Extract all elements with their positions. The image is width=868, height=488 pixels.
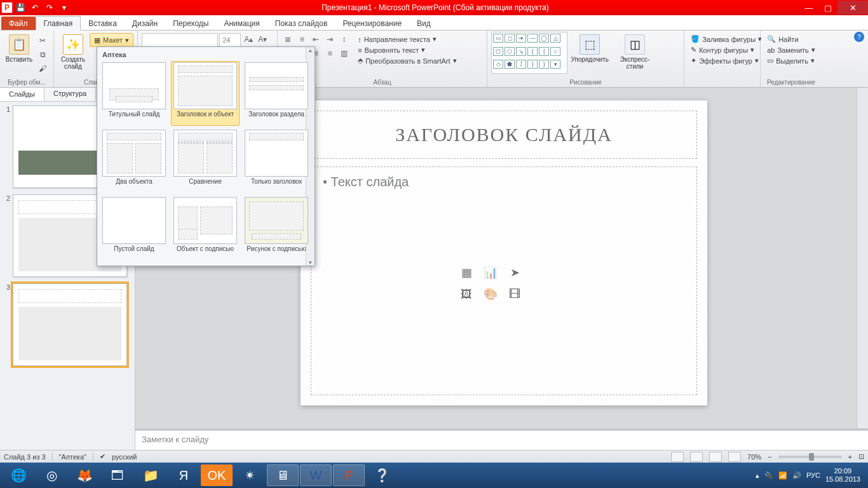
fit-window-button[interactable]: ⊡: [858, 452, 864, 461]
tab-view[interactable]: Вид: [409, 17, 438, 30]
tab-transitions[interactable]: Переходы: [165, 17, 216, 30]
layout-option-8[interactable]: Рисунок с подписью: [242, 196, 311, 261]
align-text-button[interactable]: ≡Выровнять текст ▾: [355, 45, 459, 55]
tab-slideshow[interactable]: Показ слайдов: [268, 17, 336, 30]
cut-icon[interactable]: ✂: [36, 34, 50, 47]
panel-tab-slides[interactable]: Слайды: [0, 88, 44, 101]
tab-animations[interactable]: Анимация: [216, 17, 267, 30]
new-slide-button[interactable]: ✨ Создать слайд: [58, 32, 88, 70]
shrink-font-icon[interactable]: A▾: [256, 33, 269, 46]
grow-font-icon[interactable]: A▴: [242, 33, 255, 46]
insert-smartart-icon[interactable]: ➤: [505, 264, 524, 281]
taskbar-help-icon[interactable]: ❔: [366, 464, 398, 486]
tray-up-icon[interactable]: ▴: [756, 471, 759, 480]
tray-network-icon[interactable]: 📶: [778, 471, 787, 480]
taskbar-firefox-icon[interactable]: 🦊: [69, 464, 100, 486]
taskbar-ie-icon[interactable]: 🌐: [3, 464, 34, 486]
qat-more-icon[interactable]: ▾: [57, 1, 71, 14]
bullets-icon[interactable]: ≣: [281, 33, 294, 46]
editor-scrollbar[interactable]: [857, 88, 868, 451]
taskbar-explorer-icon[interactable]: 📁: [135, 464, 166, 486]
taskbar-app-icon[interactable]: 🗔: [102, 464, 133, 486]
shape-effects-button[interactable]: ✦Эффекты фигур ▾: [688, 56, 764, 65]
taskbar-yandex-icon[interactable]: Я: [168, 464, 200, 486]
zoom-level[interactable]: 70%: [747, 453, 761, 461]
taskbar-hp-icon[interactable]: ◎: [36, 464, 67, 486]
normal-view-button[interactable]: [671, 452, 684, 462]
save-icon[interactable]: 💾: [13, 1, 27, 14]
undo-icon[interactable]: ↶: [28, 1, 42, 14]
numbering-icon[interactable]: ≡: [295, 33, 308, 46]
tab-home[interactable]: Главная: [36, 16, 81, 30]
columns-icon[interactable]: ▥: [337, 47, 350, 60]
convert-smartart-button[interactable]: ⬘Преобразовать в SmartArt ▾: [355, 56, 459, 65]
tab-design[interactable]: Дизайн: [125, 17, 165, 30]
text-direction-button[interactable]: ↕Направление текста ▾: [355, 34, 459, 44]
insert-media-icon[interactable]: 🎞: [505, 286, 524, 302]
insert-table-icon[interactable]: ▦: [457, 264, 476, 281]
sorter-view-button[interactable]: [690, 452, 703, 462]
layout-gallery-popup: Аптека Титульный слайдЗаголовок и объект…: [97, 46, 315, 266]
increase-indent-icon[interactable]: ⇥: [323, 33, 336, 46]
insert-picture-icon[interactable]: 🖼: [457, 286, 476, 302]
font-size-combo[interactable]: 24: [219, 33, 241, 47]
select-button[interactable]: ▭Выделить ▾: [764, 56, 818, 65]
insert-clipart-icon[interactable]: 🎨: [481, 286, 500, 302]
layout-option-7[interactable]: Объект с подписью: [171, 196, 240, 261]
notes-pane[interactable]: Заметки к слайду: [135, 428, 868, 451]
paste-button[interactable]: 📋 Вставить: [4, 32, 34, 63]
layout-option-6[interactable]: Пустой слайд: [100, 196, 168, 261]
tray-power-icon[interactable]: 🔌: [764, 471, 773, 480]
replace-button[interactable]: abЗаменить ▾: [764, 45, 818, 55]
layout-option-5[interactable]: Только заголовок: [242, 128, 311, 193]
tray-input-lang[interactable]: РУС: [806, 471, 820, 479]
redo-icon[interactable]: ↷: [43, 1, 57, 14]
reading-view-button[interactable]: [709, 452, 722, 462]
arrange-button[interactable]: ⬚ Упорядочить: [569, 32, 611, 63]
justify-icon[interactable]: ≡: [323, 47, 336, 60]
title-placeholder[interactable]: ЗАГОЛОВОК СЛАЙДА: [311, 111, 697, 159]
tab-review[interactable]: Рецензирование: [335, 17, 409, 30]
layout-option-4[interactable]: Сравнение: [171, 128, 240, 193]
close-button[interactable]: ✕: [837, 1, 868, 15]
minimize-button[interactable]: —: [799, 1, 818, 15]
spellcheck-icon[interactable]: ✔: [100, 452, 105, 461]
shape-fill-button[interactable]: 🪣Заливка фигуры ▾: [688, 34, 764, 44]
slideshow-view-button[interactable]: [728, 452, 741, 462]
font-name-combo[interactable]: [142, 33, 218, 47]
quick-styles-button[interactable]: ◫ Экспресс-стили: [612, 32, 658, 70]
tray-clock[interactable]: 20:09 15.08.2013: [825, 467, 860, 484]
insert-chart-icon[interactable]: 📊: [481, 264, 500, 281]
slide-canvas[interactable]: ЗАГОЛОВОК СЛАЙДА • Текст слайда ▦ 📊 ➤ 🖼 …: [301, 100, 707, 405]
line-spacing-icon[interactable]: ↕: [337, 33, 350, 46]
taskbar-ok-icon[interactable]: OK: [201, 464, 233, 486]
find-button[interactable]: 🔍Найти: [764, 34, 818, 44]
zoom-in-button[interactable]: +: [848, 453, 852, 461]
shape-outline-button[interactable]: ✎Контур фигуры ▾: [688, 45, 764, 55]
layout-option-0[interactable]: Титульный слайд: [100, 61, 168, 126]
taskbar-word-icon[interactable]: W: [300, 464, 332, 486]
layout-option-1[interactable]: Заголовок и объект: [171, 61, 240, 126]
taskbar-powerpoint-icon[interactable]: P: [333, 464, 365, 486]
decrease-indent-icon[interactable]: ⇤: [309, 33, 322, 46]
tab-file[interactable]: Файл: [1, 17, 36, 30]
maximize-button[interactable]: ▢: [818, 1, 837, 15]
layout-option-2[interactable]: Заголовок раздела: [242, 61, 311, 126]
layout-option-label: Только заголовок: [251, 178, 302, 192]
zoom-out-button[interactable]: −: [768, 453, 771, 461]
zoom-slider[interactable]: [778, 456, 842, 458]
taskbar-app2-icon[interactable]: ✴: [234, 464, 266, 486]
panel-tab-outline[interactable]: Структура: [44, 88, 96, 101]
layout-button[interactable]: ▦ Макет ▾: [90, 33, 133, 47]
tray-volume-icon[interactable]: 🔊: [792, 471, 801, 480]
slide-thumbnail-3[interactable]: [13, 283, 127, 366]
content-placeholder[interactable]: • Текст слайда ▦ 📊 ➤ 🖼 🎨 🎞: [311, 166, 697, 395]
status-language[interactable]: русский: [112, 453, 137, 461]
format-painter-icon[interactable]: 🖌: [36, 62, 50, 75]
layout-option-3[interactable]: Два объекта: [100, 128, 168, 193]
shapes-gallery[interactable]: ▭◻➔—◯△ ⬠⬡↘({☆ ◇⬟⤴)}▾: [491, 32, 567, 74]
tab-insert[interactable]: Вставка: [81, 17, 125, 30]
taskbar-app3-icon[interactable]: 🖥: [267, 464, 299, 486]
help-icon[interactable]: ?: [854, 32, 864, 42]
copy-icon[interactable]: ⧉: [36, 48, 50, 61]
